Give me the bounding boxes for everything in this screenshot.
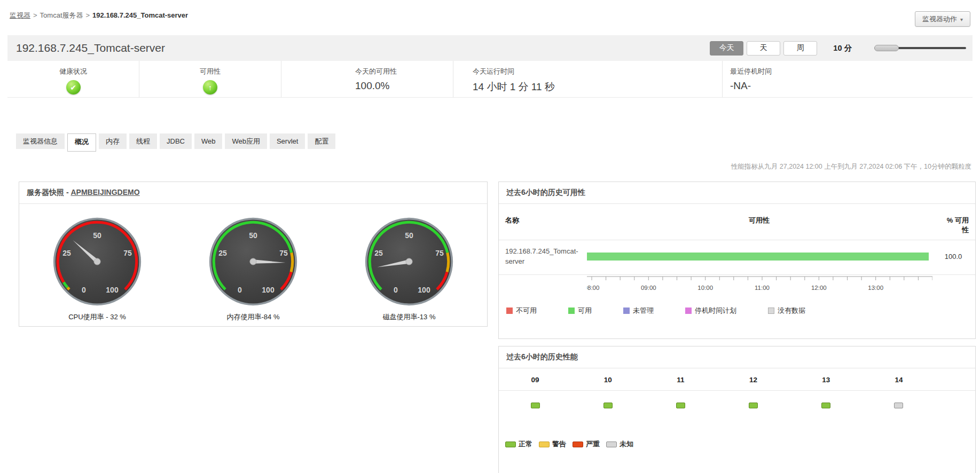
svg-text:100: 100	[106, 286, 119, 294]
status-row: 健康状况✔可用性↑今天的可用性100.0%今天运行时间14 小时 1 分 11 …	[7, 61, 973, 98]
legend-label: 没有数据	[778, 306, 805, 316]
gauge-disk: 0255075100 磁盘使用率-13 %	[361, 217, 457, 322]
perf-hour-label-1: 10	[571, 376, 644, 384]
svg-text:10:00: 10:00	[697, 285, 713, 291]
legend-color-icon	[685, 308, 692, 314]
granularity-label: 10 分	[833, 43, 852, 53]
breadcrumb-link-tomcat-servers[interactable]: Tomcat服务器	[40, 11, 83, 19]
tab-8[interactable]: 配置	[308, 133, 335, 149]
availability-bar	[587, 253, 929, 261]
performance-panel-title: 过去6小时的历史性能	[499, 346, 975, 368]
availability-legend: 不可用可用未管理停机时间计划没有数据	[499, 296, 975, 316]
svg-text:25: 25	[374, 249, 383, 257]
health-ok-icon: ✔	[66, 80, 81, 94]
time-axis-svg: 08:0009:0010:0011:0012:0013:00	[587, 276, 932, 294]
performance-legend-item-unknown: 未知	[606, 439, 633, 449]
svg-text:25: 25	[218, 249, 227, 257]
legend-label: 可用	[578, 306, 592, 316]
perf-hour-label-5: 14	[863, 376, 935, 384]
availability-legend-item-1: 可用	[568, 306, 592, 316]
tab-4[interactable]: JDBC	[160, 133, 192, 149]
legend-label: 正常	[519, 439, 532, 449]
svg-text:11:00: 11:00	[755, 285, 770, 291]
time-slider[interactable]	[874, 44, 966, 52]
snapshot-panel-title: 服务器快照 - APMBEIJINGDEMO	[19, 182, 487, 204]
status-value: 14 小时 1 分 11 秒	[473, 80, 722, 94]
svg-text:50: 50	[93, 231, 101, 240]
svg-text:13:00: 13:00	[868, 285, 883, 291]
perf-hour-label-4: 13	[790, 376, 863, 384]
svg-text:08:00: 08:00	[587, 285, 599, 291]
legend-color-icon	[606, 442, 617, 447]
legend-label: 严重	[586, 439, 600, 449]
perf-status-block-normal[interactable]	[603, 403, 613, 408]
range-button-0[interactable]: 今天	[710, 41, 743, 56]
status-label: 最近停机时间	[730, 67, 973, 76]
breadcrumb-current: 192.168.7.245_Tomcat-server	[92, 11, 188, 19]
performance-period-note: 性能指标从九月 27,2024 12:00 上午到九月 27,2024 02:0…	[731, 162, 971, 171]
availability-history-panel: 过去6小时的历史可用性 名称 可用性 % 可用性 192.168.7.245_T…	[498, 182, 976, 339]
apm-host-link[interactable]: APMBEIJINGDEMO	[70, 188, 139, 196]
tab-2[interactable]: 内存	[99, 133, 127, 149]
perf-status-block-normal[interactable]	[749, 403, 758, 408]
perf-status-block-normal[interactable]	[531, 403, 540, 408]
perf-status-block-unknown[interactable]	[894, 403, 903, 408]
breadcrumb-separator: >	[33, 11, 37, 19]
breadcrumb: 监视器>Tomcat服务器>192.168.7.245_Tomcat-serve…	[10, 11, 188, 20]
availability-table-row: 192.168.7.245_Tomcat-server 100.0	[499, 240, 975, 275]
tab-5[interactable]: Web	[194, 133, 223, 149]
availability-legend-item-3: 停机时间计划	[685, 306, 736, 316]
monitor-name: 192.168.7.245_Tomcat-server	[499, 247, 587, 267]
availability-table-header: 名称 可用性 % 可用性	[499, 204, 975, 240]
tab-7[interactable]: Servlet	[270, 133, 305, 149]
tab-3[interactable]: 线程	[129, 133, 157, 149]
legend-label: 停机时间计划	[695, 306, 736, 316]
legend-color-icon	[505, 442, 516, 447]
svg-text:12:00: 12:00	[811, 285, 827, 291]
perf-hour-label-0: 09	[499, 376, 571, 384]
tab-1[interactable]: 概况	[67, 133, 96, 152]
monitor-actions-button[interactable]: 监视器动作▾	[915, 11, 970, 27]
availability-percent-value: 100.0	[931, 253, 975, 261]
gauge-disk-label: 磁盘使用率-13 %	[361, 312, 457, 322]
status-cell-4: 最近停机时间-NA-	[722, 61, 973, 97]
tab-0[interactable]: 监视器信息	[16, 133, 65, 149]
legend-color-icon	[568, 308, 575, 314]
performance-legend-item-normal: 正常	[505, 439, 532, 449]
performance-history-panel: 过去6小时的历史性能 091011121314 正常警告严重未知	[498, 346, 976, 473]
performance-legend: 正常警告严重未知	[499, 422, 975, 449]
legend-color-icon	[768, 308, 774, 314]
availability-legend-item-0: 不可用	[506, 306, 537, 316]
legend-label: 警告	[552, 439, 566, 449]
status-value: 100.0%	[355, 80, 453, 92]
tab-bar: 监视器信息概况内存线程JDBCWebWeb应用Servlet配置	[16, 133, 335, 152]
perf-status-block-normal[interactable]	[676, 403, 685, 408]
svg-text:50: 50	[405, 231, 413, 240]
legend-label: 未知	[620, 439, 633, 449]
legend-label: 未管理	[633, 306, 654, 316]
performance-hours-row: 091011121314	[499, 368, 975, 391]
monitor-actions-label: 监视器动作	[922, 15, 957, 23]
svg-text:75: 75	[279, 249, 288, 257]
header-bar: 192.168.7.245_Tomcat-server 今天天周 10 分	[7, 35, 973, 61]
perf-hour-label-3: 12	[717, 376, 790, 384]
range-button-2[interactable]: 周	[783, 41, 817, 56]
gauges-container: 0255075100 CPU使用率 - 32 % 0255075100 内存使用…	[19, 204, 487, 322]
legend-color-icon	[539, 442, 550, 447]
range-button-1[interactable]: 天	[747, 41, 780, 56]
caret-down-icon: ▾	[960, 17, 963, 22]
slider-handle[interactable]	[874, 45, 899, 51]
svg-text:0: 0	[82, 286, 86, 294]
breadcrumb-link-monitors[interactable]: 监视器	[10, 11, 30, 19]
status-cell-1: 可用性↑	[139, 61, 281, 97]
perf-status-block-normal[interactable]	[821, 403, 830, 408]
time-range-buttons: 今天天周	[710, 41, 817, 56]
gauge-disk-dial: 0255075100	[364, 217, 454, 306]
status-cell-0: 健康状况✔	[7, 61, 139, 97]
page: 监视器>Tomcat服务器>192.168.7.245_Tomcat-serve…	[0, 0, 980, 473]
tab-6[interactable]: Web应用	[225, 133, 267, 149]
legend-color-icon	[623, 308, 630, 314]
snapshot-title-prefix: 服务器快照 -	[27, 188, 70, 196]
svg-text:0: 0	[238, 286, 242, 294]
status-label: 可用性	[139, 67, 281, 76]
